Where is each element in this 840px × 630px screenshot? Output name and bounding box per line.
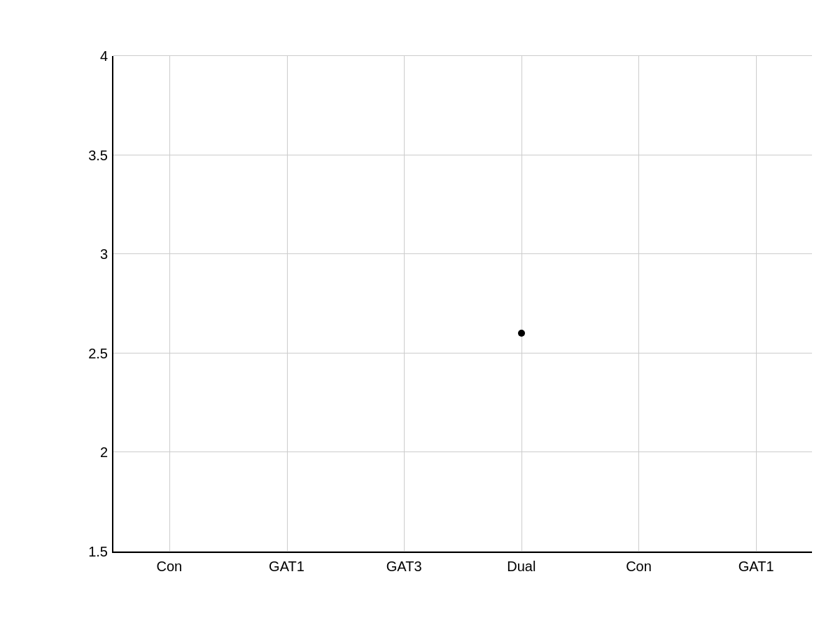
chart-wrapper: 43.532.521.5ConGAT1GAT3DualConGAT1 bbox=[56, 35, 826, 609]
v-gridline bbox=[404, 56, 405, 552]
v-gridline bbox=[522, 56, 522, 552]
y-tick-label: 3.5 bbox=[88, 147, 108, 163]
v-gridline bbox=[638, 56, 639, 552]
y-tick-label: 3 bbox=[100, 246, 108, 262]
v-gridline bbox=[169, 56, 170, 552]
h-gridline bbox=[113, 55, 812, 56]
y-tick-label: 2 bbox=[100, 444, 108, 461]
x-tick-label: Con bbox=[626, 559, 652, 630]
y-tick-label: 2.5 bbox=[88, 345, 108, 361]
h-gridline bbox=[113, 353, 812, 354]
x-tick-label: Dual bbox=[507, 559, 536, 630]
y-tick-label: 1.5 bbox=[88, 544, 108, 560]
h-gridline bbox=[113, 451, 812, 452]
data-point bbox=[518, 330, 525, 337]
y-tick-label: 4 bbox=[100, 48, 108, 64]
plot-inner: 43.532.521.5ConGAT1GAT3DualConGAT1 bbox=[113, 56, 812, 552]
x-tick-label: GAT1 bbox=[738, 559, 774, 630]
x-tick-label: Con bbox=[156, 559, 182, 630]
v-gridline bbox=[756, 56, 757, 552]
plot-area: 43.532.521.5ConGAT1GAT3DualConGAT1 bbox=[112, 56, 812, 553]
h-gridline bbox=[113, 155, 812, 155]
x-tick-label: GAT3 bbox=[386, 559, 422, 630]
v-gridline bbox=[287, 56, 288, 552]
h-gridline bbox=[113, 253, 812, 254]
chart-container: 43.532.521.5ConGAT1GAT3DualConGAT1 bbox=[0, 0, 840, 630]
h-gridline bbox=[113, 551, 812, 552]
x-tick-label: GAT1 bbox=[269, 559, 304, 630]
